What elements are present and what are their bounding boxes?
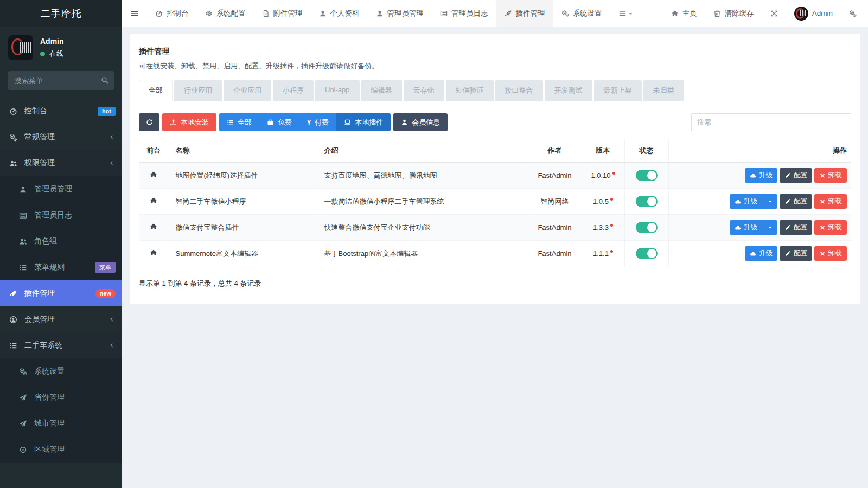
sidebar-item-dashboard[interactable]: 控制台hot: [0, 98, 122, 124]
plugin-search-input[interactable]: [691, 113, 851, 131]
refresh-icon: [146, 119, 153, 126]
list-icon: [227, 119, 234, 126]
filter-free-button[interactable]: 免费: [259, 113, 299, 131]
toolbar: 本地安装 全部免费¥付费本地插件 会员信息: [139, 113, 851, 131]
filter-all-button[interactable]: 全部: [219, 113, 259, 131]
sidebar-item-general[interactable]: 常规管理: [0, 124, 122, 150]
topnav-tab-5[interactable]: 管理员日志: [432, 0, 496, 27]
category-tab-2[interactable]: 企业应用: [224, 80, 271, 101]
uninstall-button[interactable]: 卸载: [814, 168, 847, 183]
topnav-tab-1[interactable]: 系统配置: [197, 0, 254, 27]
home-button[interactable]: 主页: [663, 0, 705, 27]
plugin-intro: 支持百度地图、高德地图、腾讯地图: [324, 171, 437, 179]
pencil-icon: [784, 224, 791, 231]
dashboard-icon: [155, 10, 163, 17]
plugin-version: 1.3.3: [593, 223, 609, 232]
upgrade-dropdown-button[interactable]: 升级: [730, 220, 777, 235]
config-button[interactable]: 配置: [780, 220, 812, 235]
sidebar-item-menu-rule[interactable]: 菜单规则菜单: [0, 254, 122, 280]
topnav-tab-7[interactable]: 系统设置: [553, 0, 610, 27]
status-toggle[interactable]: [636, 196, 658, 207]
uninstall-button[interactable]: 卸载: [814, 194, 847, 209]
topnav-tab-label: 管理员日志: [451, 9, 488, 18]
table-row: 微信支付宝整合插件快速整合微信支付宝企业支付功能FastAdmin1.3.3升级…: [139, 215, 851, 241]
sidebar-item-member[interactable]: 会员管理: [0, 306, 122, 332]
category-tab-6[interactable]: 云存储: [404, 80, 444, 101]
fullscreen-button[interactable]: [762, 0, 786, 27]
refresh-button[interactable]: [139, 113, 159, 131]
gear-icon: [205, 10, 213, 17]
topnav-tab-label: 附件管理: [273, 9, 303, 18]
uninstall-label: 卸载: [828, 223, 842, 232]
config-button[interactable]: 配置: [780, 246, 812, 261]
column-header-author: 作者: [528, 139, 582, 163]
filter-paid-button[interactable]: ¥付费: [299, 113, 336, 131]
sidebar-item-auth[interactable]: 权限管理: [0, 150, 122, 176]
plugin-intro: 基于Bootstrap的富文本编辑器: [324, 249, 418, 258]
category-tab-11[interactable]: 未归类: [643, 80, 684, 101]
frontend-home-icon[interactable]: [150, 249, 157, 256]
list-alt-icon: [18, 211, 28, 220]
filter-local-button[interactable]: 本地插件: [336, 113, 391, 131]
frontend-home-icon[interactable]: [150, 171, 157, 178]
sidebar-item-label: 插件管理: [24, 288, 55, 298]
user-status[interactable]: 在线: [40, 49, 64, 59]
topnav-tab-4[interactable]: 管理员管理: [368, 0, 432, 27]
config-button[interactable]: 配置: [780, 168, 812, 183]
column-header-intro: 介绍: [320, 139, 528, 163]
sidebar-item-usedcar[interactable]: 二手车系统: [0, 332, 122, 358]
upgrade-button[interactable]: 升级: [745, 246, 777, 261]
category-tab-7[interactable]: 短信验证: [446, 80, 494, 101]
list-icon: [8, 342, 18, 350]
upgrade-dropdown-button[interactable]: 升级: [730, 194, 777, 209]
topnav-tab-2[interactable]: 附件管理: [254, 0, 311, 27]
search-icon[interactable]: [101, 76, 108, 84]
settings-button[interactable]: [841, 0, 865, 27]
sidebar-item-area[interactable]: 区域管理: [0, 436, 122, 463]
sidebar-item-addon[interactable]: 插件管理new: [0, 280, 122, 306]
status-toggle[interactable]: [636, 170, 658, 181]
upgrade-button[interactable]: 升级: [745, 168, 777, 183]
topnav-tab-6[interactable]: 插件管理: [496, 0, 553, 27]
frontend-home-icon[interactable]: [150, 197, 157, 204]
category-tab-8[interactable]: 接口整合: [495, 80, 543, 101]
plugin-actions-cell: 升级配置卸载: [668, 241, 851, 267]
status-toggle[interactable]: [636, 222, 658, 233]
sidebar-item-admin[interactable]: 管理员管理: [0, 176, 122, 202]
sidebar-item-sysconfig[interactable]: 系统设置: [0, 358, 122, 384]
member-info-button[interactable]: 会员信息: [393, 113, 448, 131]
app-logo[interactable]: 二手摩托: [0, 0, 122, 27]
plugin-version-cell: 1.3.3: [582, 215, 624, 241]
frontend-home-icon[interactable]: [150, 223, 157, 230]
topnav-tab-0[interactable]: 控制台: [147, 0, 197, 27]
category-tab-0[interactable]: 全部: [139, 80, 173, 101]
pencil-icon: [784, 172, 791, 179]
rocket-icon: [505, 10, 512, 17]
chevron-left-icon: [109, 133, 114, 142]
topnav-tab-label: 插件管理: [516, 9, 545, 18]
column-header-frontend: 前台: [139, 139, 169, 163]
sidebar-item-adminlog[interactable]: 管理员日志: [0, 202, 122, 228]
clear-cache-button[interactable]: 清除缓存: [705, 0, 762, 27]
category-tab-9[interactable]: 开发测试: [545, 80, 592, 101]
config-button[interactable]: 配置: [780, 194, 812, 209]
sidebar-item-group[interactable]: 角色组: [0, 228, 122, 254]
status-toggle[interactable]: [636, 248, 658, 259]
topnav-tab-3[interactable]: 个人资料: [311, 0, 368, 27]
sidebar-item-label: 角色组: [34, 236, 57, 246]
category-tab-3[interactable]: 小程序: [273, 80, 314, 101]
category-tab-5[interactable]: 编辑器: [361, 80, 402, 101]
category-tab-1[interactable]: 行业应用: [174, 80, 222, 101]
menu-search-input[interactable]: [8, 71, 114, 90]
uninstall-label: 卸载: [828, 171, 842, 180]
category-tab-4[interactable]: Uni-app: [315, 80, 360, 101]
uninstall-button[interactable]: 卸载: [814, 246, 847, 261]
admin-user-menu[interactable]: Admin: [786, 0, 841, 27]
sidebar-toggle-button[interactable]: [122, 0, 147, 27]
tabs-dropdown-button[interactable]: [610, 0, 641, 27]
sidebar-item-province[interactable]: 省份管理: [0, 384, 122, 410]
sidebar-item-city[interactable]: 城市管理: [0, 410, 122, 436]
local-install-button[interactable]: 本地安装: [162, 113, 216, 131]
uninstall-button[interactable]: 卸载: [814, 220, 847, 235]
category-tab-10[interactable]: 最新上架: [594, 80, 642, 101]
